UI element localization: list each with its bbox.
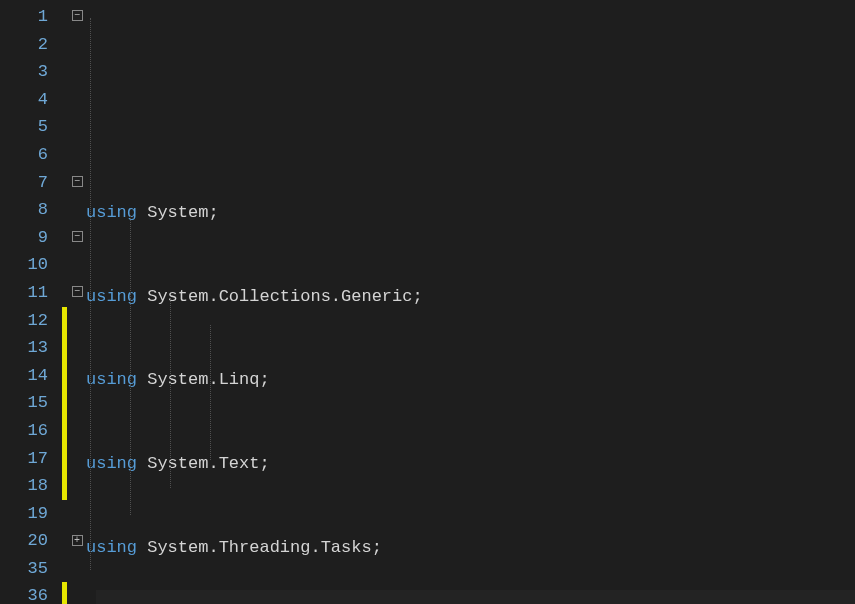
indent-guide <box>90 18 91 570</box>
change-marker <box>62 307 67 335</box>
line-number: 15 <box>0 389 48 417</box>
fold-column: − − − − + <box>68 0 86 604</box>
line-number: 35 <box>0 555 48 583</box>
fold-toggle-plus-icon[interactable]: + <box>72 535 83 546</box>
change-marker <box>62 472 67 500</box>
line-number: 2 <box>0 31 48 59</box>
code-line[interactable]: using System.Text; <box>86 450 855 478</box>
line-number: 1 <box>0 3 48 31</box>
line-number: 6 <box>0 141 48 169</box>
line-number: 18 <box>0 472 48 500</box>
line-number: 13 <box>0 334 48 362</box>
change-marker <box>62 362 67 390</box>
change-marker <box>62 417 67 445</box>
fold-toggle-minus-icon[interactable]: − <box>72 286 83 297</box>
line-number: 17 <box>0 445 48 473</box>
change-marker <box>62 582 67 604</box>
line-number: 12 <box>0 307 48 335</box>
indent-guide <box>130 215 131 515</box>
horizontal-scrollbar[interactable] <box>96 590 855 604</box>
code-line[interactable]: using System.Collections.Generic; <box>86 283 855 311</box>
change-marker <box>62 334 67 362</box>
code-line[interactable]: using System.Linq; <box>86 367 855 395</box>
change-marker <box>62 445 67 473</box>
line-number: 3 <box>0 58 48 86</box>
fold-toggle-minus-icon[interactable]: − <box>72 231 83 242</box>
line-number: 36 <box>0 582 48 604</box>
line-number: 9 <box>0 224 48 252</box>
code-line[interactable]: using System.Threading.Tasks; <box>86 534 855 562</box>
line-number: 16 <box>0 417 48 445</box>
line-number: 11 <box>0 279 48 307</box>
change-marker <box>62 389 67 417</box>
line-number: 5 <box>0 113 48 141</box>
line-number: 4 <box>0 86 48 114</box>
line-number: 20 <box>0 527 48 555</box>
indent-guide <box>170 298 171 488</box>
line-number: 14 <box>0 362 48 390</box>
code-editor[interactable]: 1 2 3 4 5 6 7 8 9 10 11 12 13 14 15 16 1… <box>0 0 855 604</box>
line-number: 19 <box>0 500 48 528</box>
fold-toggle-minus-icon[interactable]: − <box>72 176 83 187</box>
code-area[interactable]: using System; using System.Collections.G… <box>86 0 855 604</box>
fold-toggle-minus-icon[interactable]: − <box>72 10 83 21</box>
line-number: 10 <box>0 251 48 279</box>
code-line[interactable]: using System; <box>86 199 855 227</box>
line-number: 7 <box>0 169 48 197</box>
line-number: 8 <box>0 196 48 224</box>
line-number-gutter: 1 2 3 4 5 6 7 8 9 10 11 12 13 14 15 16 1… <box>0 0 62 604</box>
indent-guide <box>210 325 211 460</box>
